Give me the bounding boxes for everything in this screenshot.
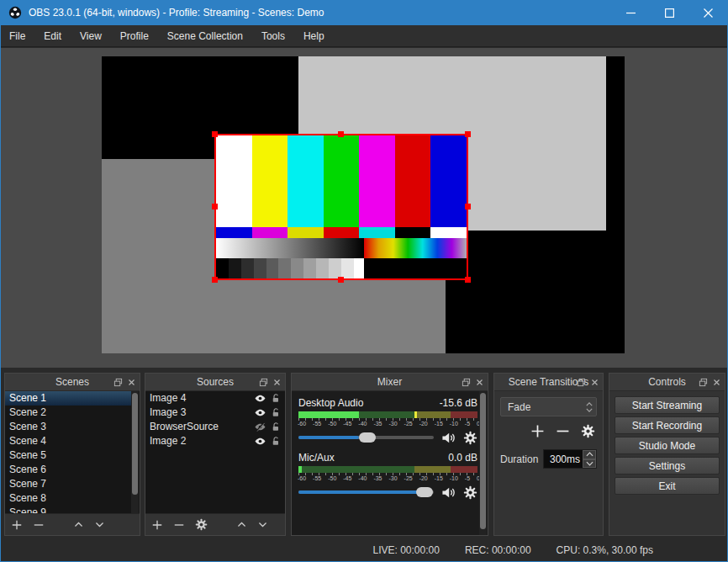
scene-list-item[interactable]: Scene 9 xyxy=(5,506,131,513)
transition-select[interactable]: Fade xyxy=(500,397,597,416)
statusbar: LIVE: 00:00:00 REC: 00:00:00 CPU: 0.3%, … xyxy=(1,539,727,561)
titlebar: OBS 23.0.1 (64-bit, windows) - Profile: … xyxy=(1,0,727,25)
close-dock-icon[interactable] xyxy=(128,379,135,386)
menu-file[interactable]: File xyxy=(3,26,32,46)
add-scene-button[interactable] xyxy=(11,519,23,531)
close-dock-icon[interactable] xyxy=(713,379,720,386)
resize-handle-bottom-center[interactable] xyxy=(338,277,344,283)
resize-handle-bottom-left[interactable] xyxy=(212,277,218,283)
sources-dock-header: Sources xyxy=(145,374,285,391)
lock-icon[interactable] xyxy=(271,393,281,404)
source-selection-frame xyxy=(214,134,468,280)
transitions-body: Fade Duration 300ms xyxy=(494,391,603,535)
scene-down-button[interactable] xyxy=(94,519,105,530)
add-transition-button[interactable] xyxy=(530,424,545,441)
duration-increment-button[interactable] xyxy=(583,450,596,459)
combo-spinner[interactable] xyxy=(583,398,596,416)
duration-value[interactable]: 300ms xyxy=(544,450,583,468)
mixer-body: Desktop Audio -15.6 dB -60-55-50-45-40-3… xyxy=(292,391,488,535)
remove-transition-button[interactable] xyxy=(556,424,570,441)
resize-handle-top-left[interactable] xyxy=(212,131,218,137)
lock-icon[interactable] xyxy=(271,436,281,447)
resize-handle-mid-left[interactable] xyxy=(212,204,218,209)
speaker-icon[interactable] xyxy=(440,485,456,500)
menu-help[interactable]: Help xyxy=(297,26,331,46)
scene-list-item[interactable]: Scene 5 xyxy=(5,448,131,463)
resize-handle-top-center[interactable] xyxy=(338,131,344,137)
menu-view[interactable]: View xyxy=(73,26,108,46)
mixer-dock-header: Mixer xyxy=(292,374,488,391)
studio-mode-button[interactable]: Studio Mode xyxy=(615,437,720,454)
close-dock-icon[interactable] xyxy=(591,379,599,386)
scene-up-button[interactable] xyxy=(73,519,84,530)
menu-profile[interactable]: Profile xyxy=(113,26,156,46)
minimize-button[interactable] xyxy=(611,0,650,25)
resize-handle-bottom-right[interactable] xyxy=(465,277,471,283)
source-properties-gear-icon[interactable] xyxy=(195,518,208,531)
speaker-icon[interactable] xyxy=(440,431,456,445)
add-source-button[interactable] xyxy=(151,519,163,531)
source-up-button[interactable] xyxy=(236,519,247,530)
scenes-toolbar xyxy=(5,513,140,535)
volume-slider-handle[interactable] xyxy=(416,487,433,497)
transition-properties-gear-icon[interactable] xyxy=(581,424,595,441)
sources-list: Image 4 Image 3 Brow xyxy=(145,391,285,513)
channel-settings-gear-icon[interactable] xyxy=(463,485,477,500)
scene-list-item[interactable]: Scene 1 xyxy=(5,391,131,406)
scene-list-item[interactable]: Scene 7 xyxy=(5,477,131,491)
volume-slider[interactable] xyxy=(298,436,434,439)
visibility-icon[interactable] xyxy=(254,436,266,447)
close-dock-icon[interactable] xyxy=(273,379,281,386)
float-dock-icon[interactable] xyxy=(259,378,268,387)
float-dock-icon[interactable] xyxy=(113,378,123,387)
maximize-button[interactable] xyxy=(650,0,688,25)
mixer-scrollbar[interactable] xyxy=(479,391,487,535)
start-recording-button[interactable]: Start Recording xyxy=(615,416,720,434)
exit-button[interactable]: Exit xyxy=(615,477,720,495)
mixer-channel: Desktop Audio -15.6 dB -60-55-50-45-40-3… xyxy=(298,397,477,446)
selected-source-colorbars[interactable] xyxy=(216,135,467,278)
source-list-item[interactable]: Image 2 xyxy=(145,434,285,448)
close-dock-icon[interactable] xyxy=(476,379,483,386)
start-streaming-button[interactable]: Start Streaming xyxy=(615,396,720,414)
scene-canvas[interactable] xyxy=(102,56,625,353)
scene-list-item[interactable]: Scene 8 xyxy=(5,491,131,506)
remove-scene-button[interactable] xyxy=(33,519,45,531)
scene-list-item[interactable]: Scene 6 xyxy=(5,463,131,477)
close-button[interactable] xyxy=(688,0,727,25)
visibility-icon[interactable] xyxy=(254,407,266,418)
source-down-button[interactable] xyxy=(257,519,268,530)
float-dock-icon[interactable] xyxy=(577,378,586,387)
lock-icon[interactable] xyxy=(271,407,281,418)
float-dock-icon[interactable] xyxy=(462,378,471,387)
lock-icon[interactable] xyxy=(271,422,281,432)
scene-list-item[interactable]: Scene 4 xyxy=(5,434,131,448)
scene-list-item[interactable]: Scene 2 xyxy=(5,406,131,420)
settings-button[interactable]: Settings xyxy=(615,457,720,475)
duration-decrement-button[interactable] xyxy=(583,459,596,469)
meter-scale: -60-55-50-45-40-35-30-25-20-15-10-50 xyxy=(298,421,480,427)
channel-name: Desktop Audio xyxy=(298,397,363,409)
source-list-item[interactable]: BrowserSource xyxy=(145,420,285,434)
menu-scene-collection[interactable]: Scene Collection xyxy=(161,26,250,46)
source-list-item[interactable]: Image 4 xyxy=(145,391,285,406)
float-dock-icon[interactable] xyxy=(699,378,708,387)
remove-source-button[interactable] xyxy=(173,519,185,531)
controls-dock: Controls Start Streaming Start Recording… xyxy=(609,373,725,536)
menu-tools[interactable]: Tools xyxy=(255,26,292,46)
volume-slider-handle[interactable] xyxy=(359,432,376,443)
resize-handle-mid-right[interactable] xyxy=(465,204,471,209)
scene-list-item[interactable]: Scene 3 xyxy=(5,420,131,434)
menu-edit[interactable]: Edit xyxy=(37,26,68,46)
mixer-dock-title: Mixer xyxy=(292,376,488,388)
volume-slider[interactable] xyxy=(298,490,434,494)
menubar: File Edit View Profile Scene Collection … xyxy=(1,25,727,47)
visibility-icon[interactable] xyxy=(254,393,266,404)
visibility-off-icon[interactable] xyxy=(254,422,266,432)
channel-settings-gear-icon[interactable] xyxy=(463,431,477,445)
scenes-scrollbar[interactable] xyxy=(131,391,139,513)
source-list-item[interactable]: Image 3 xyxy=(145,406,285,420)
duration-spinbox[interactable]: 300ms xyxy=(543,449,597,469)
dock-area: Scenes Scene 1 Scene 2 Scene 3 Scene 4 S… xyxy=(1,373,727,536)
resize-handle-top-right[interactable] xyxy=(465,131,471,137)
